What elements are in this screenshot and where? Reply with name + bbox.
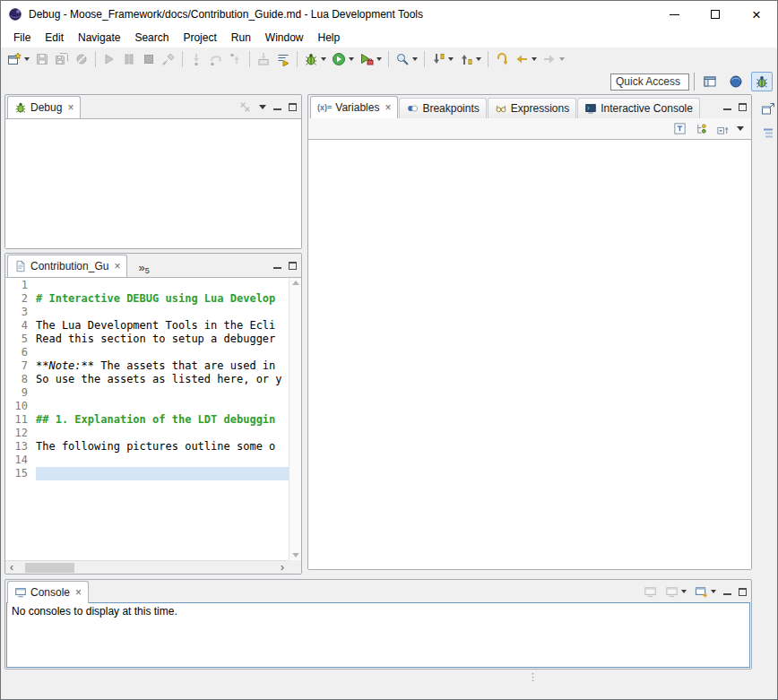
external-tools-button[interactable]	[357, 49, 385, 69]
code-text[interactable]	[36, 467, 289, 480]
titlebar[interactable]: Debug - Moose_Framework/docs/Contributio…	[1, 1, 777, 28]
menu-project[interactable]: Project	[176, 29, 223, 47]
dropdown-arrow-icon[interactable]	[24, 57, 30, 61]
scroll-right-icon[interactable]: ›	[276, 561, 289, 574]
code-text[interactable]: The Lua Development Tools in the Ecli	[36, 319, 289, 333]
code-area[interactable]: 1 2# Interactive DEBUG using Lua Develop…	[5, 278, 289, 560]
quick-access-input[interactable]: Quick Access	[610, 73, 689, 91]
code-text[interactable]	[36, 306, 289, 319]
disconnect-button[interactable]	[159, 49, 178, 69]
run-button[interactable]	[329, 49, 357, 69]
dropdown-arrow-icon[interactable]	[532, 57, 537, 61]
scrollbar-track[interactable]	[18, 561, 276, 574]
suspend-button[interactable]	[119, 49, 139, 69]
horizontal-scrollbar[interactable]: ‹ ›	[5, 560, 289, 574]
dropdown-arrow-icon[interactable]	[448, 57, 454, 61]
close-icon[interactable]: ×	[385, 102, 391, 113]
code-text[interactable]: **Note:** The assets that are used in	[36, 359, 289, 373]
window-minimize-button[interactable]	[653, 1, 695, 28]
minimize-view-button[interactable]	[273, 104, 281, 110]
drop-to-frame-button[interactable]	[254, 49, 273, 69]
debug-perspective-button[interactable]	[751, 72, 773, 91]
show-type-names-button[interactable]	[672, 122, 687, 136]
menu-file[interactable]: File	[6, 29, 38, 47]
tab-interactive-console[interactable]: Interactive Console	[577, 98, 700, 118]
code-text[interactable]	[36, 400, 289, 413]
scroll-up-icon[interactable]	[292, 281, 299, 285]
vertical-scrollbar[interactable]	[289, 278, 301, 560]
previous-annotation-button[interactable]	[456, 49, 484, 69]
back-button[interactable]	[512, 49, 540, 69]
scrollbar-thumb[interactable]	[25, 563, 74, 573]
menu-search[interactable]: Search	[127, 29, 176, 47]
maximize-view-button[interactable]	[289, 262, 297, 270]
dropdown-arrow-icon[interactable]	[321, 57, 326, 61]
tab-debug[interactable]: Debug ×	[7, 96, 81, 118]
save-all-button[interactable]	[52, 49, 72, 69]
tab-breakpoints[interactable]: Breakpoints	[399, 98, 486, 118]
step-into-button[interactable]	[186, 49, 206, 69]
display-selected-console-button[interactable]	[664, 584, 687, 599]
hidden-editors-button[interactable]: » 5	[134, 260, 153, 277]
open-perspective-button[interactable]	[699, 72, 721, 91]
ldt-perspective-button[interactable]	[725, 72, 747, 91]
resume-button[interactable]	[99, 49, 119, 69]
maximize-view-button[interactable]	[289, 103, 297, 111]
tab-contribution-guide[interactable]: Contribution_Gu ×	[7, 255, 127, 277]
minimize-view-button[interactable]	[273, 263, 281, 269]
show-logical-structure-button[interactable]	[694, 122, 708, 136]
dropdown-arrow-icon[interactable]	[681, 590, 687, 593]
code-text[interactable]	[36, 454, 289, 467]
scroll-down-icon[interactable]	[292, 553, 299, 557]
minimize-view-button[interactable]	[723, 589, 731, 595]
use-step-filters-button[interactable]	[273, 49, 293, 69]
open-console-button[interactable]	[694, 584, 716, 599]
collapse-all-button[interactable]	[715, 122, 730, 136]
tab-console[interactable]: Console ×	[7, 581, 89, 603]
dropdown-arrow-icon[interactable]	[559, 57, 565, 61]
menu-run[interactable]: Run	[224, 29, 258, 47]
restore-views-button[interactable]	[760, 101, 776, 117]
scroll-left-icon[interactable]: ‹	[5, 561, 18, 574]
save-button[interactable]	[32, 49, 52, 69]
app-icon[interactable]	[8, 7, 22, 22]
maximize-view-button[interactable]	[739, 588, 747, 596]
dropdown-arrow-icon[interactable]	[376, 57, 382, 61]
menu-window[interactable]: Window	[258, 29, 311, 47]
view-menu-button[interactable]	[737, 126, 744, 131]
debug-button[interactable]	[301, 49, 329, 69]
step-return-button[interactable]	[226, 49, 246, 69]
code-text[interactable]: # Interactive DEBUG using Lua Develop	[36, 292, 289, 306]
window-maximize-button[interactable]	[695, 1, 736, 28]
close-icon[interactable]: ×	[67, 102, 73, 113]
step-over-button[interactable]	[206, 49, 226, 69]
close-icon[interactable]: ×	[75, 587, 82, 598]
dropdown-arrow-icon[interactable]	[711, 590, 716, 593]
code-text[interactable]	[36, 346, 289, 359]
sash-handle[interactable]: ⋮	[528, 672, 538, 681]
tab-variables[interactable]: (x)= Variables ×	[310, 96, 398, 118]
terminate-button[interactable]	[139, 49, 159, 69]
code-text[interactable]: ## 1. Explanation of the LDT debuggin	[36, 413, 289, 427]
minimize-view-button[interactable]	[723, 104, 731, 110]
view-menu-button[interactable]	[259, 105, 266, 109]
remove-terminated-button[interactable]	[238, 99, 252, 114]
forward-button[interactable]	[540, 49, 567, 69]
skip-all-breakpoints-button[interactable]	[72, 49, 91, 69]
code-text[interactable]	[36, 427, 289, 440]
code-text[interactable]: So use the assets as listed here, or y	[36, 373, 289, 386]
dropdown-arrow-icon[interactable]	[476, 57, 481, 61]
close-icon[interactable]: ×	[114, 261, 120, 272]
code-text[interactable]	[36, 386, 289, 400]
window-close-button[interactable]: ×	[736, 1, 777, 28]
console-content[interactable]: No consoles to display at this time.	[6, 602, 750, 668]
code-text[interactable]	[36, 279, 289, 292]
code-text[interactable]: Read this section to setup a debugger	[36, 333, 289, 346]
new-button[interactable]	[4, 49, 32, 69]
code-text[interactable]: The following pictures outline some o	[36, 440, 289, 454]
menu-navigate[interactable]: Navigate	[71, 29, 127, 47]
next-annotation-button[interactable]	[428, 49, 456, 69]
outline-view-button[interactable]	[760, 125, 776, 142]
maximize-view-button[interactable]	[739, 103, 747, 111]
menu-edit[interactable]: Edit	[38, 29, 71, 47]
